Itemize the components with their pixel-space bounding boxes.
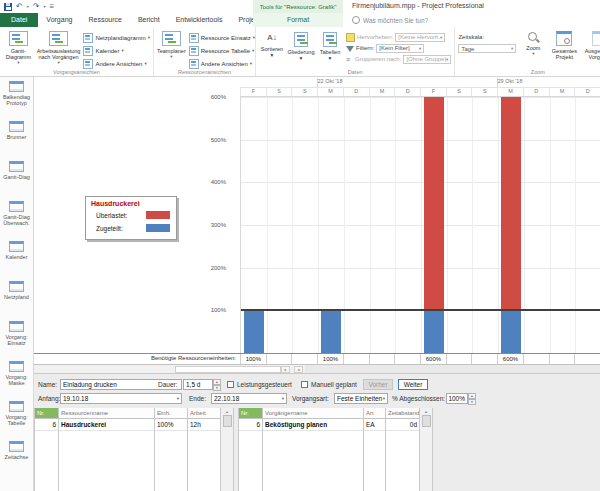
start-date-dropdown[interactable]: 19.10.18 ▾ xyxy=(60,393,182,404)
percent-complete-stepper[interactable]: ▴▾ xyxy=(468,393,476,404)
gantt-chart-button[interactable]: Gantt-Diagramm ▾ xyxy=(3,29,34,67)
resource-sheet-button[interactable]: Ressource Tabelle ▾ xyxy=(189,46,255,56)
chevron-down-icon: ▾ xyxy=(419,44,421,53)
gridline-vertical xyxy=(447,97,448,353)
column-header-predecessor-name[interactable]: Vorgängername xyxy=(263,408,363,419)
column-header-nr[interactable]: Nr. xyxy=(239,408,262,419)
sidebar-view-item[interactable]: Kalender xyxy=(0,241,33,277)
tell-me-search[interactable]: Was möchten Sie tun? xyxy=(352,13,428,27)
gridline-vertical xyxy=(292,97,293,353)
column-header-type[interactable]: Art xyxy=(364,408,385,419)
sidebar-view-item[interactable]: Balkendiag Prototyp xyxy=(0,81,33,117)
save-icon[interactable] xyxy=(4,3,12,11)
timescale-day: M xyxy=(497,87,523,96)
view-icon xyxy=(9,241,24,252)
sidebar-view-item[interactable]: Brunner xyxy=(0,121,33,157)
undo-dropdown-icon[interactable]: ▾ xyxy=(27,4,29,9)
column-header-work[interactable]: Arbeit xyxy=(188,408,220,419)
sidebar-view-item[interactable]: Vorgang: Tabelle xyxy=(0,401,33,437)
predecessor-name-cell[interactable]: Beköstigung planen xyxy=(263,419,363,431)
scroll-right-button[interactable]: ▸ xyxy=(281,366,290,373)
group-label-zoom: Zoom xyxy=(455,68,600,76)
percent-complete-label: % Abgeschlossen: xyxy=(392,393,445,404)
sidebar-view-item[interactable]: Gantt-Diag Überwach. xyxy=(0,201,33,237)
tab-ressource[interactable]: Ressource xyxy=(80,13,129,27)
chevron-down-icon: ▾ xyxy=(57,60,59,66)
task-usage-button[interactable]: Arbeitsauslastung nach Vorgängen ▾ xyxy=(37,29,81,67)
tab-bericht[interactable]: Bericht xyxy=(130,13,168,27)
duration-input[interactable]: 1,5 d xyxy=(183,379,213,390)
qat-menu-icon[interactable]: ≡ xyxy=(49,2,54,12)
resource-id-cell[interactable]: 6 xyxy=(35,419,58,431)
highlight-dropdown[interactable]: [Keine Hervorh. ▾ xyxy=(395,33,445,42)
scrollbar-thumb[interactable] xyxy=(422,415,431,427)
units-value: 100% xyxy=(240,354,266,364)
tab-format[interactable]: Format xyxy=(279,13,317,27)
network-diagram-icon xyxy=(83,33,93,43)
y-axis-tick-label: 400% xyxy=(211,179,226,186)
predecessor-id-cell[interactable]: 6 xyxy=(239,419,262,431)
duration-stepper[interactable]: ▴▾ xyxy=(213,379,221,390)
selected-tasks-button[interactable]: Ausgewählte Vorgänge xyxy=(583,29,600,67)
tab-entwicklertools[interactable]: Entwicklertools xyxy=(168,13,231,27)
legend-resource-name: Hausdruckerei xyxy=(91,200,140,207)
column-header-units[interactable]: Einh. xyxy=(155,408,187,419)
previous-button[interactable]: Vorher xyxy=(363,379,393,390)
sidebar-view-item[interactable]: Gantt-Diag xyxy=(0,161,33,197)
predecessor-lag-cell[interactable]: 0d xyxy=(386,419,419,431)
column-header-resource-name[interactable]: Ressourcenname xyxy=(59,408,154,419)
contextual-tab-zone: Format xyxy=(253,13,343,27)
effort-driven-checkbox[interactable] xyxy=(227,381,234,388)
task-type-dropdown[interactable]: Feste Einheiten ▾ xyxy=(334,393,388,404)
zoom-button[interactable]: Zoom ▾ xyxy=(521,29,545,67)
percent-complete-input[interactable]: 100% xyxy=(446,393,468,404)
column-header-lag[interactable]: Zeitabstand xyxy=(386,408,419,419)
network-diagram-button[interactable]: Netzplandiagramm ▾ xyxy=(83,33,150,43)
group-by-dropdown[interactable]: [Ohne Gruppe] ▾ xyxy=(403,55,451,64)
resource-units-cell[interactable]: 100% xyxy=(155,419,187,431)
tab-vorgang[interactable]: Vorgang xyxy=(38,13,80,27)
redo-dropdown-icon[interactable]: ▾ xyxy=(43,4,45,9)
sidebar-view-item[interactable]: Vorgang: Einsatz xyxy=(0,321,33,357)
contextual-tool-header: Tools für "Ressource: Grafik" xyxy=(253,0,343,13)
peak-units-row: Benötigte Ressourceneinheiten: 100%100%6… xyxy=(34,353,600,365)
scroll-left-button[interactable]: ◂ xyxy=(294,366,303,373)
allocated-bar xyxy=(244,310,265,353)
scroll-up-icon: ▴ xyxy=(425,408,427,415)
timescale-day-row[interactable]: FSSMDMDFSSMDMD xyxy=(240,87,600,97)
sidebar-view-item[interactable]: Netzpland xyxy=(0,281,33,317)
legend-allocated-label: Zugeteilt: xyxy=(96,225,123,232)
next-button[interactable]: Weiter xyxy=(398,379,428,390)
legend-overallocated-label: Überlastet: xyxy=(96,212,127,219)
scrollbar-thumb[interactable] xyxy=(223,415,232,427)
resources-table-scrollbar[interactable]: ▴ xyxy=(221,408,234,491)
sidebar-view-label: Vorgang: Maske xyxy=(5,374,27,386)
predecessors-table-scrollbar[interactable]: ▴ xyxy=(420,408,433,491)
calendar-button[interactable]: Kalender ▾ xyxy=(83,46,150,56)
sort-button[interactable]: A↓ Sortieren ▾ xyxy=(259,29,285,67)
sidebar-view-label: Balkendiag Prototyp xyxy=(3,94,30,106)
scroll-up-icon: ▴ xyxy=(226,408,228,415)
sidebar-view-item[interactable]: Vorgang: Maske xyxy=(0,361,33,397)
filter-dropdown[interactable]: [Kein Filter] ▾ xyxy=(376,44,424,53)
resource-name-cell[interactable]: Hausdruckerei xyxy=(59,419,154,431)
finish-label: Ende: xyxy=(189,393,206,404)
undo-icon[interactable]: ↶ xyxy=(16,2,23,12)
redo-icon[interactable]: ↷ xyxy=(33,2,40,12)
chevron-down-icon: ▾ xyxy=(121,47,123,55)
tables-button[interactable]: Tabellen ▾ xyxy=(317,29,343,67)
finish-date-dropdown[interactable]: 22.10.18 ▾ xyxy=(211,393,287,404)
entire-project-button[interactable]: Gesamtes Projekt xyxy=(548,29,580,67)
legend-pane-scrollbar[interactable] xyxy=(175,366,281,373)
chart-scrollbar-track[interactable] xyxy=(305,365,600,373)
timescale-dropdown[interactable]: Tage ▾ xyxy=(458,44,516,53)
resource-work-cell[interactable]: 12h xyxy=(188,419,220,431)
resource-usage-button[interactable]: Ressource Einsatz ▾ xyxy=(189,33,255,43)
column-header-nr[interactable]: Nr. xyxy=(35,408,58,419)
outline-button[interactable]: Gliederung ▾ xyxy=(288,29,314,67)
predecessor-type-cell[interactable]: EA xyxy=(364,419,385,431)
tab-file[interactable]: Datei xyxy=(0,13,38,27)
team-planner-button[interactable]: Teamplaner ▾ xyxy=(157,29,186,67)
sidebar-view-item[interactable]: Zeitachse xyxy=(0,441,33,477)
manually-scheduled-checkbox[interactable] xyxy=(301,381,308,388)
